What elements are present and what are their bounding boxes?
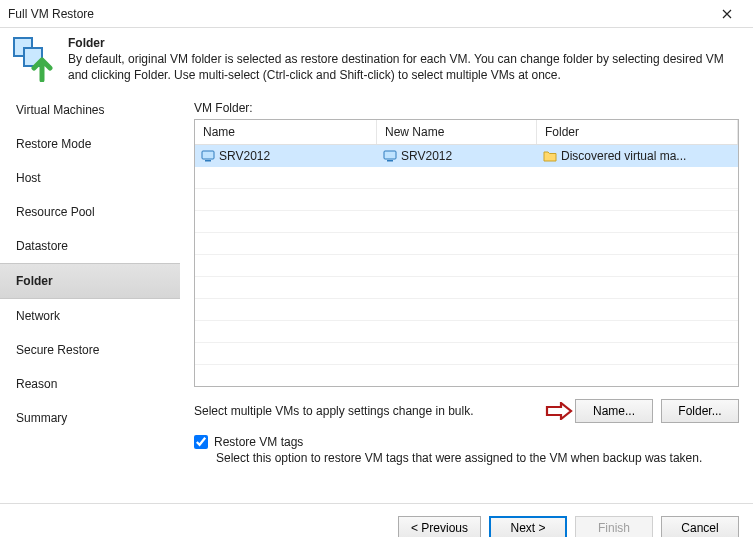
page-header: Folder By default, original VM folder is… — [0, 28, 753, 93]
cancel-button[interactable]: Cancel — [661, 516, 739, 537]
wizard-nav: Virtual MachinesRestore ModeHostResource… — [0, 93, 180, 493]
nav-item-host[interactable]: Host — [0, 161, 180, 195]
bulk-hint: Select multiple VMs to apply settings ch… — [194, 404, 545, 418]
close-icon — [722, 9, 732, 19]
cell-folder: Discovered virtual ma... — [561, 149, 686, 163]
restore-tags-checkbox[interactable] — [194, 435, 208, 449]
folder-button[interactable]: Folder... — [661, 399, 739, 423]
content-pane: VM Folder: Name New Name Folder SRV2012S… — [180, 93, 753, 493]
close-button[interactable] — [707, 1, 747, 27]
restore-tags-label[interactable]: Restore VM tags — [214, 435, 303, 449]
nav-item-restore-mode[interactable]: Restore Mode — [0, 127, 180, 161]
grid-header: Name New Name Folder — [195, 120, 738, 145]
nav-item-network[interactable]: Network — [0, 299, 180, 333]
cell-new-name: SRV2012 — [401, 149, 452, 163]
col-folder[interactable]: Folder — [537, 120, 738, 144]
page-title: Folder — [68, 36, 741, 50]
annotation-arrow-icon — [545, 402, 573, 420]
previous-button[interactable]: < Previous — [398, 516, 481, 537]
nav-item-resource-pool[interactable]: Resource Pool — [0, 195, 180, 229]
vm-icon — [201, 149, 215, 163]
name-button[interactable]: Name... — [575, 399, 653, 423]
col-new-name[interactable]: New Name — [377, 120, 537, 144]
page-subtitle: By default, original VM folder is select… — [68, 52, 741, 83]
grid-label: VM Folder: — [194, 101, 739, 115]
nav-item-virtual-machines[interactable]: Virtual Machines — [0, 93, 180, 127]
svg-rect-2 — [202, 151, 214, 159]
nav-item-secure-restore[interactable]: Secure Restore — [0, 333, 180, 367]
col-name[interactable]: Name — [195, 120, 377, 144]
nav-item-datastore[interactable]: Datastore — [0, 229, 180, 263]
folder-icon — [543, 150, 557, 162]
restore-tags-desc: Select this option to restore VM tags th… — [216, 451, 739, 465]
vm-folder-grid[interactable]: Name New Name Folder SRV2012SRV2012Disco… — [194, 119, 739, 387]
svg-rect-5 — [387, 160, 393, 162]
svg-rect-4 — [384, 151, 396, 159]
window-title: Full VM Restore — [8, 7, 94, 21]
vm-icon — [383, 149, 397, 163]
svg-rect-3 — [205, 160, 211, 162]
table-row[interactable]: SRV2012SRV2012Discovered virtual ma... — [195, 145, 738, 167]
titlebar: Full VM Restore — [0, 0, 753, 28]
nav-item-folder[interactable]: Folder — [0, 263, 180, 299]
cell-name: SRV2012 — [219, 149, 270, 163]
nav-item-reason[interactable]: Reason — [0, 367, 180, 401]
finish-button[interactable]: Finish — [575, 516, 653, 537]
wizard-footer: < Previous Next > Finish Cancel — [0, 503, 753, 537]
nav-item-summary[interactable]: Summary — [0, 401, 180, 435]
next-button[interactable]: Next > — [489, 516, 567, 537]
folder-restore-icon — [12, 36, 56, 82]
